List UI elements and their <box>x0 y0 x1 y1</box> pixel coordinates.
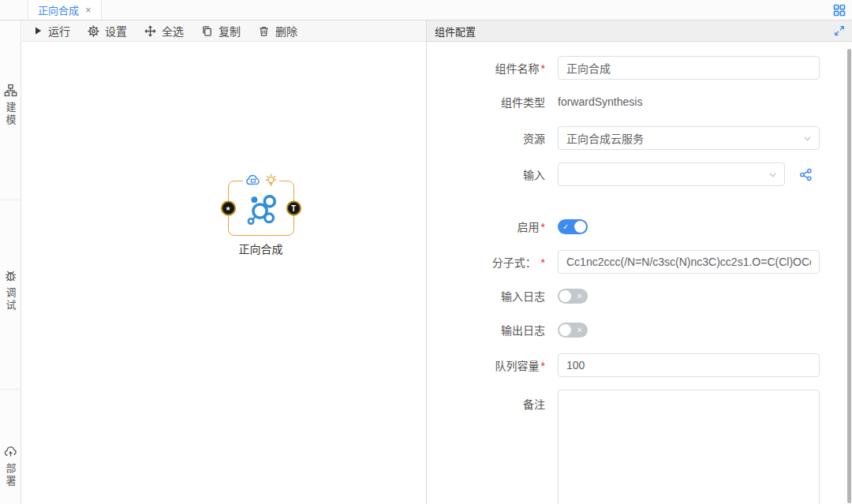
formula-input[interactable] <box>558 250 820 274</box>
select-all-label: 全选 <box>162 23 184 39</box>
select-all-icon <box>144 25 156 37</box>
node-badges <box>243 173 279 188</box>
tab-label: 正向合成 <box>38 2 79 17</box>
remark-textarea[interactable] <box>558 390 820 504</box>
check-icon: ✓ <box>562 219 569 234</box>
sitemap-icon <box>4 84 17 97</box>
cloud-service-icon <box>245 174 261 186</box>
enabled-toggle[interactable]: ✓ <box>558 219 588 234</box>
panel-header: 组件配置 <box>427 21 852 42</box>
play-icon <box>33 26 43 35</box>
node-label: 正向合成 <box>215 241 306 256</box>
t-glyph: T <box>291 204 296 213</box>
field-output-log: 输出日志 ✕ <box>427 322 837 338</box>
workflow-canvas[interactable]: ★ T 正向合成 <box>22 42 426 504</box>
x-icon: ✕ <box>577 323 583 338</box>
node-box[interactable]: ★ T <box>228 181 294 236</box>
node-output-port[interactable]: T <box>286 201 301 216</box>
toggle-knob <box>559 324 571 336</box>
field-input: 输入 <box>427 162 837 186</box>
field-remark: 备注 <box>427 390 837 504</box>
field-label: 资源 <box>427 130 545 146</box>
copy-icon <box>201 25 213 37</box>
required-asterisk: * <box>541 62 545 75</box>
sidebar-item-label: 建模 <box>3 102 18 127</box>
field-enabled: 启用* ✓ <box>427 218 837 234</box>
output-log-toggle[interactable]: ✕ <box>558 323 588 338</box>
chevron-down-icon <box>802 133 813 144</box>
grid-apps-icon[interactable] <box>833 4 846 17</box>
cloud-upload-icon <box>4 445 17 458</box>
settings-button[interactable]: 设置 <box>88 23 127 39</box>
expand-icon[interactable] <box>834 25 845 36</box>
delete-label: 删除 <box>275 23 297 39</box>
run-label: 运行 <box>48 23 70 39</box>
field-resource: 资源 正向合成云服务 <box>427 126 837 150</box>
field-label: 组件类型 <box>427 94 545 110</box>
tab-forward-synthesis[interactable]: 正向合成 × <box>28 0 102 20</box>
field-label: 分子式： <box>492 256 536 269</box>
bug-icon <box>4 269 17 282</box>
field-label: 启用 <box>518 221 540 233</box>
resource-select-value: 正向合成云服务 <box>566 130 644 146</box>
sidebar-item-label: 部署 <box>3 463 18 488</box>
field-label: 输入 <box>427 166 545 182</box>
input-log-toggle[interactable]: ✕ <box>558 289 588 304</box>
sidebar-item-deploy[interactable]: 部署 <box>0 445 21 488</box>
star-glyph: ★ <box>225 205 230 212</box>
required-asterisk: * <box>541 221 545 233</box>
gear-icon <box>88 25 99 37</box>
required-asterisk: * <box>541 360 545 372</box>
field-component-name: 组件名称* <box>427 56 837 80</box>
queue-capacity-input[interactable] <box>558 353 820 377</box>
settings-label: 设置 <box>105 23 127 39</box>
molecule-icon <box>243 190 279 226</box>
field-label: 输入日志 <box>427 288 545 304</box>
workflow-node[interactable]: ★ T 正向合成 <box>215 181 306 256</box>
editor-area: 运行 设置 <box>22 21 426 504</box>
tab-close-icon[interactable]: × <box>85 5 92 15</box>
select-all-button[interactable]: 全选 <box>144 23 184 39</box>
app-window: 正向合成 × 建模 <box>0 0 852 504</box>
sidebar-item-modeling[interactable]: 建模 <box>0 84 21 127</box>
field-label: 输出日志 <box>427 322 545 338</box>
input-select[interactable] <box>558 162 785 186</box>
copy-button[interactable]: 复制 <box>201 23 241 39</box>
lightbulb-icon <box>265 173 277 188</box>
field-queue-capacity: 队列容量* <box>427 353 837 377</box>
run-button[interactable]: 运行 <box>33 23 70 39</box>
share-connections-icon[interactable] <box>799 168 813 181</box>
component-type-value: forwardSynthesis <box>558 95 642 108</box>
required-asterisk: * <box>541 256 545 269</box>
chevron-down-icon <box>768 170 778 180</box>
field-formula: 分子式： * <box>427 250 837 274</box>
tab-bar: 正向合成 × <box>0 0 852 21</box>
left-sidebar: 建模 调试 部署 <box>0 21 21 504</box>
panel-title: 组件配置 <box>435 24 476 39</box>
field-label: 队列容量 <box>495 360 540 372</box>
node-input-port[interactable]: ★ <box>221 201 236 216</box>
sidebar-item-debug[interactable]: 调试 <box>0 269 21 312</box>
sidebar-divider <box>0 200 21 200</box>
x-icon: ✕ <box>577 289 583 304</box>
sidebar-divider <box>0 389 21 390</box>
panel-body: 组件名称* 组件类型 forwardSynthesis 资源 正向合成云服务 输… <box>427 42 852 504</box>
field-component-type: 组件类型 forwardSynthesis <box>427 94 837 110</box>
toggle-knob <box>559 290 571 302</box>
component-config-panel: 组件配置 组件名称* 组件类型 forwardSynthesis 资源 正 <box>426 21 852 504</box>
panel-scrollbar[interactable] <box>847 49 851 503</box>
delete-button[interactable]: 删除 <box>258 23 297 39</box>
canvas-toolbar: 运行 设置 <box>22 21 426 42</box>
resource-select[interactable]: 正向合成云服务 <box>558 126 820 150</box>
field-label: 备注 <box>427 390 545 412</box>
trash-icon <box>258 25 270 37</box>
field-label: 组件名称 <box>495 62 540 75</box>
field-input-log: 输入日志 ✕ <box>427 288 837 304</box>
toggle-knob <box>574 221 586 233</box>
component-name-input[interactable] <box>558 56 820 80</box>
sidebar-item-label: 调试 <box>3 287 18 312</box>
copy-label: 复制 <box>219 23 241 39</box>
